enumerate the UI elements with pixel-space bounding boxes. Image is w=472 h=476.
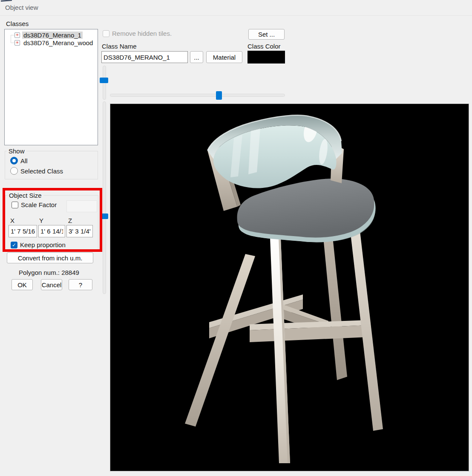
size-y-input[interactable]: [38, 225, 65, 237]
tree-connector: [11, 35, 11, 43]
remove-hidden-tiles-label: Remove hidden tiles.: [112, 30, 172, 37]
scale-factor-checkbox[interactable]: Scale Factor: [12, 201, 57, 208]
keep-proportion-label: Keep proportion: [20, 241, 66, 248]
class-name-label: Class Name: [102, 43, 137, 50]
cancel-button[interactable]: Cancel: [41, 279, 62, 290]
checkbox-box[interactable]: [12, 202, 18, 208]
list-item[interactable]: ds38D76_Merano_wood: [11, 39, 98, 46]
remove-hidden-tiles-checkbox[interactable]: Remove hidden tiles.: [103, 30, 172, 37]
radio-all-label: All: [20, 157, 28, 164]
radio-button-icon[interactable]: [10, 157, 18, 164]
convert-inch-button[interactable]: Convert from inch u.m.: [7, 252, 93, 263]
object-size-group-label: Object Size: [7, 192, 43, 199]
radio-selected-class[interactable]: Selected Class: [10, 167, 63, 175]
zoom-slider-handle[interactable]: [100, 78, 108, 83]
class-color-label: Class Color: [248, 43, 281, 50]
checkbox-box[interactable]: [103, 30, 109, 37]
class-item-label[interactable]: ds38D76_Merano_1: [22, 32, 83, 39]
show-group: Show: [5, 151, 98, 179]
scale-factor-input: [66, 200, 97, 212]
set-button[interactable]: Set ...: [248, 29, 285, 40]
scale-factor-label: Scale Factor: [21, 201, 57, 208]
ok-button[interactable]: OK: [12, 279, 33, 290]
tree-connector: [11, 43, 14, 43]
axis-z-label: Z: [68, 217, 72, 224]
rotate-slider-track[interactable]: [110, 94, 285, 97]
radio-selected-class-label: Selected Class: [20, 167, 63, 175]
stool-render: [110, 104, 469, 471]
class-icon: [14, 40, 20, 46]
size-x-input[interactable]: [9, 225, 37, 237]
material-button[interactable]: Material: [206, 51, 242, 63]
object-view-window: { "window": { "title": "Object view" }, …: [0, 0, 472, 476]
classes-label: Classes: [6, 20, 29, 27]
keep-proportion-checkbox[interactable]: ✓ Keep proportion: [11, 241, 66, 248]
title-bar: [0, 0, 472, 16]
class-color-swatch[interactable]: [248, 51, 285, 63]
class-icon: [14, 32, 20, 38]
classes-listbox[interactable]: ds38D76_Merano_1 ds38D76_Merano_wood: [4, 29, 98, 145]
window-title: Object view: [5, 4, 38, 11]
class-item-label[interactable]: ds38D76_Merano_wood: [22, 39, 94, 46]
show-group-label: Show: [7, 147, 26, 155]
tilt-slider-track[interactable]: [103, 101, 106, 294]
3d-viewport[interactable]: [110, 104, 469, 471]
list-item[interactable]: ds38D76_Merano_1: [11, 31, 98, 39]
class-name-input[interactable]: [101, 51, 188, 63]
axis-x-label: X: [10, 217, 14, 224]
tilt-slider-handle[interactable]: [100, 213, 108, 219]
browse-ellipsis-button[interactable]: ...: [190, 51, 203, 63]
tree-connector: [11, 35, 14, 35]
help-button[interactable]: ?: [69, 279, 92, 290]
axis-y-label: Y: [39, 217, 43, 224]
polygon-count-text: Polygon num.: 28849: [4, 269, 94, 276]
radio-all[interactable]: All: [10, 157, 28, 164]
radio-button-icon[interactable]: [10, 167, 18, 175]
rotate-slider-handle[interactable]: [216, 91, 222, 100]
checkbox-box[interactable]: ✓: [11, 242, 17, 248]
size-z-input[interactable]: [66, 225, 93, 237]
